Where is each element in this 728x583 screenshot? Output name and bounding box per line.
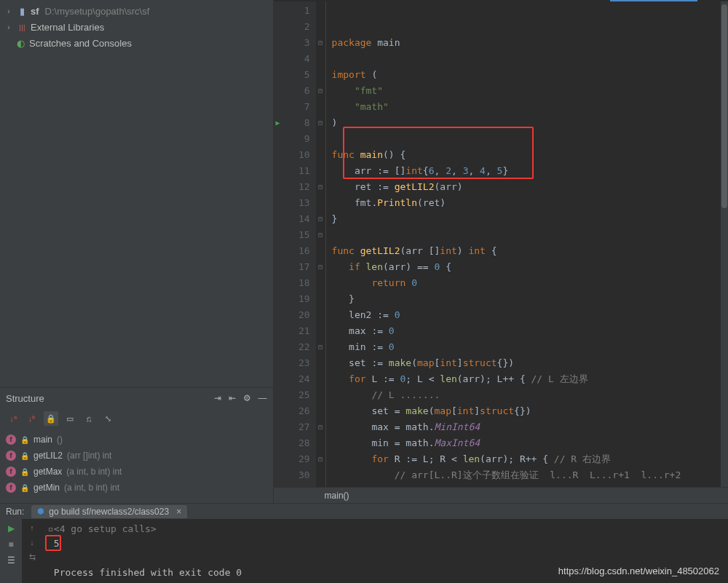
code-line[interactable]: func main() { — [332, 147, 728, 163]
close-icon[interactable]: × — [173, 507, 181, 517]
scratches-row[interactable]: ◐ Scratches and Consoles — [0, 35, 273, 51]
line-number[interactable]: 9 — [274, 131, 310, 147]
fold-column[interactable]: ⊟⊟⊟⊟⊟⊟⊟⊟⊟⊟ — [316, 1, 326, 487]
code-line[interactable]: "fmt" — [332, 83, 728, 99]
fold-mark[interactable]: ⊟ — [316, 179, 325, 195]
collapse-icon[interactable]: ⇥ — [214, 393, 221, 403]
external-libs-row[interactable]: › ⫼ External Libraries — [0, 19, 273, 35]
line-number[interactable]: 29 — [274, 451, 310, 467]
line-number[interactable]: 12 — [274, 179, 310, 195]
down-arrow-icon[interactable]: ↓ — [30, 538, 34, 547]
gear-icon[interactable]: ⚙ — [243, 393, 251, 403]
fold-mark[interactable]: ⊟ — [316, 115, 325, 131]
code-line[interactable] — [332, 131, 728, 147]
up-arrow-icon[interactable]: ↑ — [30, 523, 34, 532]
expand-tree-icon[interactable]: ⤡ — [100, 411, 115, 426]
line-number[interactable]: 26 — [274, 403, 310, 419]
sort-visibility-icon[interactable]: ↓ᵇ — [25, 411, 39, 426]
code-line[interactable] — [332, 51, 728, 67]
line-number[interactable]: 4 — [274, 51, 310, 67]
line-number[interactable]: 30 — [274, 467, 310, 483]
line-number[interactable]: 20 — [274, 307, 310, 323]
code-content[interactable]: package mainimport ( "fmt" "math")func m… — [326, 1, 728, 487]
line-number[interactable]: 7 — [274, 99, 310, 115]
line-number[interactable]: 27 — [274, 419, 310, 435]
fold-mark[interactable]: ⊟ — [316, 83, 325, 99]
project-root-row[interactable]: › ▮ sf D:\mysetup\gopath\src\sf — [0, 3, 273, 19]
line-number[interactable]: 5 — [274, 67, 310, 83]
code-line[interactable]: ) — [332, 115, 728, 131]
line-gutter[interactable]: 12345678▶9101112131415161718192021222324… — [274, 1, 316, 487]
line-number[interactable]: 15 — [274, 227, 310, 243]
code-line[interactable]: } — [332, 291, 728, 307]
run-gutter-icon[interactable]: ▶ — [276, 115, 280, 131]
line-number[interactable]: 17 — [274, 259, 310, 275]
structure-item[interactable]: f🔒main() — [6, 432, 267, 448]
code-line[interactable]: // L ....... — [332, 387, 728, 403]
line-number[interactable]: 24 — [274, 371, 310, 387]
code-line[interactable]: min := 0 — [332, 339, 728, 355]
code-line[interactable]: return 0 — [332, 275, 728, 291]
line-number[interactable]: 8▶ — [274, 115, 310, 131]
hide-icon[interactable]: — — [258, 393, 267, 403]
code-line[interactable]: if len(arr) == 0 { — [332, 259, 728, 275]
line-number[interactable]: 16 — [274, 243, 310, 259]
line-number[interactable]: 3 — [274, 35, 310, 51]
chevron-right-icon[interactable]: › — [4, 7, 13, 15]
code-line[interactable]: set := make(map[int]struct{}) — [332, 355, 728, 371]
tree-filter-icon[interactable]: ⎌ — [82, 411, 96, 426]
code-line[interactable]: package main — [332, 35, 728, 51]
fold-mark[interactable]: ⊟ — [316, 339, 325, 355]
fold-mark[interactable]: ⊟ — [316, 451, 325, 467]
sort-alpha-icon[interactable]: ↓ᵃ — [6, 411, 20, 426]
code-line[interactable]: fmt.Println(ret) — [332, 195, 728, 211]
code-line[interactable]: } — [332, 211, 728, 227]
line-number[interactable]: 31 — [274, 483, 310, 487]
structure-item[interactable]: f🔒getMax(a int, b int) int — [6, 464, 267, 480]
stop-icon[interactable]: ■ — [8, 539, 13, 550]
code-line[interactable]: arr := []int{6, 2, 3, 4, 5} — [332, 163, 728, 179]
wrap-icon[interactable]: ⇆ — [29, 552, 36, 562]
code-line[interactable]: set = make(map[int]struct{}) — [332, 403, 728, 419]
expand-icon[interactable]: ⇤ — [229, 393, 236, 403]
line-number[interactable]: 19 — [274, 291, 310, 307]
line-number[interactable]: 18 — [274, 275, 310, 291]
chevron-right-icon[interactable]: › — [4, 23, 13, 31]
fold-mark[interactable]: ⊟ — [316, 259, 325, 275]
line-number[interactable]: 11 — [274, 163, 310, 179]
play-icon[interactable]: ▶ — [8, 523, 15, 534]
line-number[interactable]: 1 — [274, 3, 310, 19]
filter-lock-icon[interactable]: 🔒 — [44, 411, 58, 426]
code-line[interactable]: for L := 0; L < len(arr); L++ { // L 左边界 — [332, 371, 728, 387]
code-line[interactable]: len2 := 0 — [332, 307, 728, 323]
code-line[interactable]: max := 0 — [332, 323, 728, 339]
fold-mark[interactable]: ⊟ — [316, 227, 325, 243]
run-output[interactable]: ▫<4 go setup calls> 5 Process finished w… — [42, 519, 728, 583]
editor-scrollbar[interactable] — [721, 1, 728, 487]
breadcrumb-item[interactable]: main() — [325, 491, 349, 501]
line-number[interactable]: 6 — [274, 83, 310, 99]
breadcrumb-bar[interactable]: main() — [274, 487, 728, 503]
line-number[interactable]: 23 — [274, 355, 310, 371]
line-number[interactable]: 10 — [274, 147, 310, 163]
project-tree[interactable]: › ▮ sf D:\mysetup\gopath\src\sf › ⫼ Exte… — [0, 0, 273, 387]
code-line[interactable] — [332, 227, 728, 243]
line-number[interactable]: 28 — [274, 435, 310, 451]
fold-mark[interactable]: ⊟ — [316, 211, 325, 227]
run-config-tab[interactable]: ⬢ go build sf/newclass2/class023 × — [31, 505, 187, 518]
line-number[interactable]: 13 — [274, 195, 310, 211]
code-line[interactable]: import ( — [332, 67, 728, 83]
structure-item[interactable]: f🔒getMin(a int, b int) int — [6, 480, 267, 496]
code-line[interactable]: if _, ok := set[arr[R]]; ok { — [332, 483, 728, 487]
line-number[interactable]: 14 — [274, 211, 310, 227]
line-number[interactable]: 22 — [274, 339, 310, 355]
code-line[interactable]: func getLIL2(arr []int) int { — [332, 243, 728, 259]
code-line[interactable]: for R := L; R < len(arr); R++ { // R 右边界 — [332, 451, 728, 467]
code-line[interactable]: // arr[L..R]这个子数组在验证 l...R L...r+1 l...r… — [332, 467, 728, 483]
editor-scrollbar-thumb[interactable] — [721, 4, 727, 208]
fold-mark[interactable]: ⊟ — [316, 35, 325, 51]
code-area[interactable]: 12345678▶9101112131415161718192021222324… — [274, 1, 728, 487]
code-line[interactable]: min = math.MaxInt64 — [332, 435, 728, 451]
code-line[interactable]: "math" — [332, 99, 728, 115]
structure-item[interactable]: f🔒getLIL2(arr []int) int — [6, 448, 267, 464]
